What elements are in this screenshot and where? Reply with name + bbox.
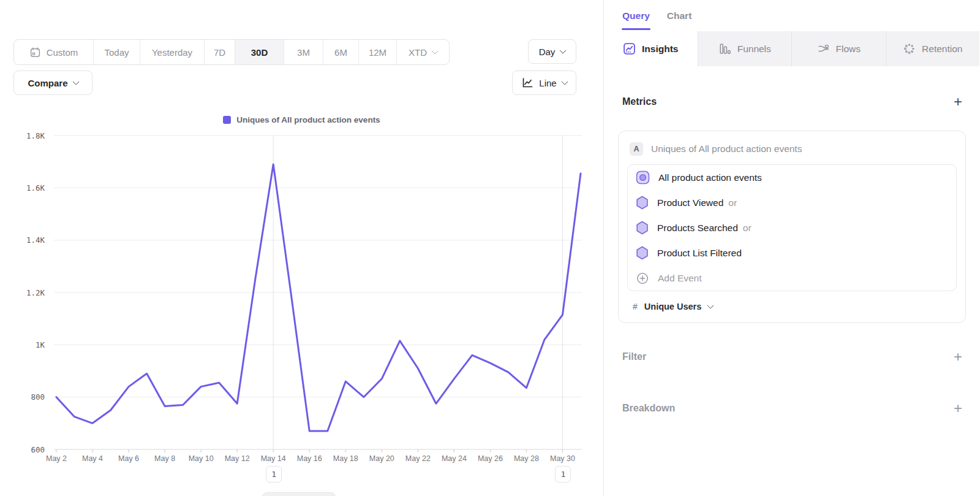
custom-event-icon (636, 170, 650, 185)
range-30d-button[interactable]: 30D (235, 40, 284, 64)
range-3m-button[interactable]: 3M (284, 40, 323, 64)
add-event-button[interactable]: Add Event (628, 265, 956, 291)
calendar-icon (29, 47, 41, 58)
event-hexagon-icon (636, 246, 649, 260)
range-6m-button[interactable]: 6M (323, 40, 358, 64)
app-root: 1.8K1.6K1.4K1.2K1K800600May 2May 4May 6M… (0, 0, 980, 496)
tab-label: Chart (667, 10, 692, 21)
annotation-badge[interactable]: 1 (555, 466, 571, 483)
y-axis-label: 1.2K (26, 288, 45, 297)
metric-card: A Uniques of All product action events A… (618, 131, 966, 323)
add-metric-button[interactable]: + (954, 96, 962, 107)
event-row-product-list-filtered[interactable]: Product List Filtered (628, 240, 956, 265)
metric-group-row[interactable]: A Uniques of All product action events (627, 140, 957, 164)
event-label: Product List Filtered (657, 248, 742, 259)
range-xtd-button[interactable]: XTD (396, 40, 449, 64)
range-label: 30D (251, 47, 268, 58)
event-operator: or (743, 223, 752, 234)
annotation-badge[interactable]: 1 (266, 466, 282, 483)
x-axis-label: May 12 (225, 454, 250, 463)
event-label: Product Viewed (657, 197, 723, 208)
event-hexagon-icon (636, 196, 649, 210)
range-label: 6M (334, 47, 347, 58)
x-axis-label: May 30 (550, 454, 575, 463)
x-axis-label: May 22 (405, 454, 431, 463)
x-axis-label: May 20 (369, 454, 394, 463)
y-axis-label: 1.8K (26, 131, 45, 140)
annotation-popup-cutoff (262, 492, 336, 496)
range-label: 7D (214, 47, 225, 58)
chart-type-label: Line (539, 78, 556, 88)
legend-label: Uniques of All product action events (236, 115, 380, 124)
circle-plus-icon (636, 272, 649, 285)
event-row-product-viewed[interactable]: Product Viewed or (628, 190, 956, 215)
x-axis-label: May 26 (478, 454, 503, 463)
interval-dropdown[interactable]: Day (528, 39, 576, 64)
metrics-header: Metrics + (622, 96, 962, 107)
x-axis-label: May 28 (514, 454, 539, 463)
event-row-all-product-action-events[interactable]: All product action events (628, 165, 956, 190)
x-axis-label: May 2 (46, 454, 67, 463)
chart-type-dropdown[interactable]: Line (512, 71, 576, 95)
measurement-dropdown[interactable]: # Unique Users (633, 302, 957, 311)
event-operator: or (728, 197, 737, 208)
range-label: 12M (369, 47, 386, 58)
event-label: All product action events (658, 172, 762, 183)
tab-query[interactable]: Query (622, 0, 650, 31)
metric-series-badge: A (630, 142, 643, 156)
x-axis-label: May 4 (82, 454, 103, 463)
add-filter-button[interactable]: + (954, 351, 962, 362)
report-type-tabs: Insights Funnels (604, 31, 979, 66)
metric-group-label: Uniques of All product action events (651, 143, 802, 155)
add-breakdown-button[interactable]: + (954, 403, 962, 414)
range-label: 3M (297, 47, 310, 58)
x-axis-label: May 16 (297, 454, 322, 463)
tab-label: Insights (642, 44, 678, 55)
tab-label: Query (622, 10, 650, 21)
tab-funnels[interactable]: Funnels (698, 31, 792, 66)
x-axis-label: May 6 (118, 454, 139, 463)
line-chart-icon (521, 77, 533, 89)
breakdown-title: Breakdown (622, 403, 675, 414)
tab-retention[interactable]: Retention (886, 31, 980, 66)
compare-label: Compare (28, 78, 67, 88)
tab-flows[interactable]: Flows (791, 31, 886, 66)
chevron-down-icon (707, 302, 714, 308)
event-label: Products Searched (657, 223, 738, 234)
chevron-down-icon (72, 78, 79, 85)
y-axis-label: 1K (36, 340, 45, 349)
chevron-down-icon (560, 47, 567, 53)
flows-icon (817, 42, 830, 55)
event-row-products-searched[interactable]: Products Searched or (628, 215, 956, 240)
chevron-down-icon (561, 78, 568, 85)
y-axis-label: 600 (31, 445, 45, 454)
range-label: XTD (409, 47, 427, 58)
x-axis-label: May 24 (442, 454, 467, 463)
tab-chart[interactable]: Chart (667, 0, 692, 31)
range-custom-button[interactable]: Custom (14, 40, 93, 64)
tab-insights[interactable]: Insights (604, 31, 698, 66)
y-axis-label: 800 (31, 392, 45, 402)
retention-icon (903, 42, 916, 55)
event-list-card: All product action events Product Viewed… (627, 164, 957, 291)
legend-swatch (223, 116, 231, 124)
range-label: Yesterday (152, 47, 192, 58)
chart-pane: 1.8K1.6K1.4K1.2K1K800600May 2May 4May 6M… (0, 0, 603, 496)
metrics-title: Metrics (622, 96, 657, 107)
measurement-label: Unique Users (644, 302, 701, 311)
interval-label: Day (539, 47, 556, 57)
x-axis-label: May 8 (154, 454, 175, 463)
range-7d-button[interactable]: 7D (204, 40, 235, 64)
tab-label: Flows (836, 44, 861, 55)
range-12m-button[interactable]: 12M (358, 40, 396, 64)
chart-legend: Uniques of All product action events (0, 115, 603, 124)
range-today-button[interactable]: Today (93, 40, 140, 64)
date-range-segmented-control: Custom Today Yesterday 7D 30D 3M 6M 12M … (13, 39, 450, 65)
compare-dropdown[interactable]: Compare (13, 71, 92, 95)
chevron-down-icon (431, 47, 438, 54)
insights-icon (623, 42, 636, 55)
x-axis-label: May 14 (261, 454, 286, 463)
hash-icon: # (633, 302, 638, 311)
tab-label: Retention (922, 44, 962, 55)
range-yesterday-button[interactable]: Yesterday (140, 40, 204, 64)
